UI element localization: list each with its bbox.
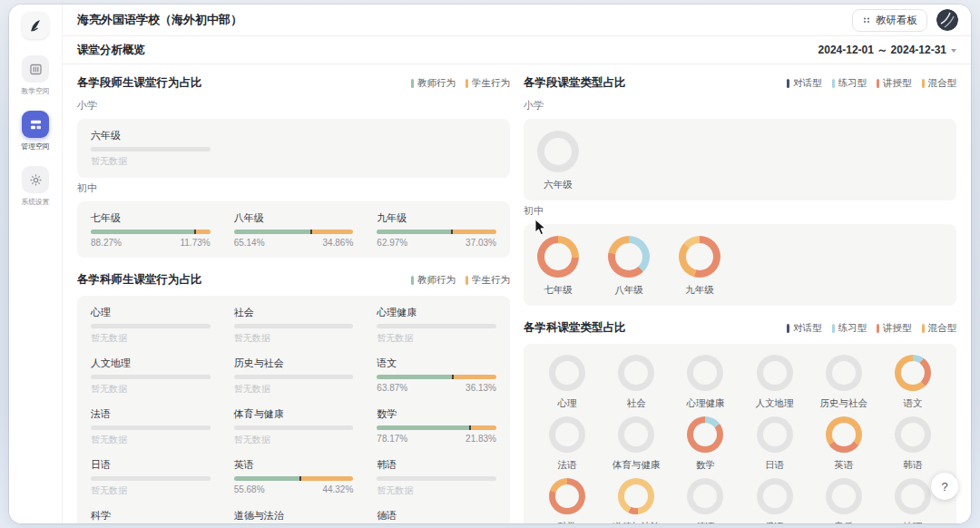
student-percent: 11.73% — [180, 238, 210, 248]
legend-item: 混合型 — [922, 322, 957, 335]
student-percent: 37.03% — [466, 238, 496, 248]
date-range-picker[interactable]: 2024-12-01 ～ 2024-12-31 — [818, 43, 956, 58]
dashboard-content: 各学段师生课堂行为占比 教师行为学生行为 小学六年级暂无数据初中七年级88.27… — [63, 64, 971, 523]
user-avatar[interactable] — [936, 9, 958, 31]
behavior-bar — [91, 476, 211, 481]
student-percent: 21.83% — [466, 434, 496, 444]
legend-item: 学生行为 — [466, 274, 510, 287]
class-type-label: 社会 — [627, 397, 646, 410]
empty-bar — [91, 476, 211, 481]
donut-chart — [618, 478, 654, 514]
legend-item: 学生行为 — [466, 77, 510, 90]
sidebar: 教学空间管理空间系统设置 — [9, 5, 63, 523]
donut-chart — [826, 478, 862, 514]
research-board-label: 教研看板 — [876, 14, 917, 27]
no-data-label: 暂无数据 — [234, 383, 354, 396]
student-bar-segment — [312, 230, 353, 234]
class-type-item: 九年级 — [679, 236, 720, 297]
class-type-label: 七年级 — [544, 284, 573, 297]
section-label: 初中 — [77, 181, 510, 195]
class-type-label: 音乐 — [834, 521, 853, 523]
legend-label: 练习型 — [838, 322, 867, 335]
legend-item: 讲授型 — [877, 77, 912, 90]
panel-type-by-grade: 各学段课堂类型占比 对话型练习型讲授型混合型 小学六年级初中七年级八年级九年级 — [524, 75, 956, 306]
class-type-item: 体育与健康 — [612, 416, 661, 472]
behavior-item: 道德与法治74.68%25.32% — [234, 509, 354, 523]
empty-bar — [377, 324, 496, 328]
class-type-label: 俄语 — [765, 521, 784, 523]
teacher-percent: 88.27% — [91, 238, 122, 248]
behavior-bar — [377, 476, 496, 481]
sidebar-item-label: 管理空间 — [21, 142, 49, 152]
teacher-bar-segment — [234, 476, 299, 481]
sidebar-item-3[interactable]: 系统设置 — [20, 166, 51, 208]
student-bar-segment — [301, 476, 353, 481]
sub-header: 课堂分析概览 2024-12-01 ～ 2024-12-31 — [63, 36, 971, 64]
panel-type-by-subject: 各学科课堂类型占比 对话型练习型讲授型混合型 心理社会心理健康人文地理历史与社会… — [524, 320, 956, 523]
teacher-percent: 63.87% — [377, 383, 407, 393]
behavior-item-name: 德语 — [377, 509, 496, 523]
legend: 教师行为学生行为 — [411, 274, 510, 287]
sidebar-item-1[interactable]: 教学空间 — [20, 55, 51, 97]
behavior-item-name: 日语 — [91, 458, 211, 472]
date-range-label: 2024-12-01 ～ 2024-12-31 — [818, 43, 946, 58]
behavior-item-name: 九年级 — [377, 211, 496, 225]
class-type-item: 音乐 — [826, 478, 862, 523]
classroom-icon — [22, 55, 49, 83]
class-type-item: 日语 — [757, 416, 793, 472]
class-type-item: 道德与法治 — [612, 478, 661, 523]
behavior-item: 日语暂无数据 — [91, 458, 211, 497]
behavior-item: 心理暂无数据 — [91, 306, 211, 345]
panel-header: 各学科师生课堂行为占比 教师行为学生行为 — [77, 272, 510, 288]
legend-label: 对话型 — [793, 77, 822, 90]
legend-item: 混合型 — [922, 77, 957, 90]
class-type-item: 七年级 — [537, 236, 579, 297]
class-type-label: 心理 — [558, 397, 577, 410]
header-actions: 教研看板 — [852, 9, 958, 32]
sidebar-item-2[interactable]: 管理空间 — [20, 111, 51, 152]
legend-marker — [411, 276, 414, 285]
student-bar-segment — [196, 230, 210, 234]
class-type-label: 九年级 — [685, 284, 714, 297]
behavior-bar — [91, 425, 211, 430]
help-button[interactable]: ? — [931, 473, 958, 500]
class-type-item: 人文地理 — [756, 355, 794, 410]
page-title: 课堂分析概览 — [77, 43, 145, 58]
empty-bar — [91, 375, 211, 379]
sidebar-nav: 教学空间管理空间系统设置 — [20, 55, 51, 221]
teacher-bar-segment — [377, 425, 468, 430]
behavior-item: 德语暂无数据 — [377, 509, 496, 523]
legend-marker — [922, 79, 925, 88]
legend-marker — [787, 79, 789, 88]
legend-marker — [466, 276, 468, 285]
student-bar-segment — [471, 425, 496, 430]
no-data-label: 暂无数据 — [234, 434, 354, 446]
behavior-item: 英语55.68%44.32% — [234, 458, 354, 497]
main-area: 海亮外国语学校（海外初中部） 教研看板 — [63, 5, 971, 523]
legend-label: 对话型 — [793, 322, 822, 335]
teacher-bar-segment — [377, 230, 451, 234]
behavior-values: 88.27%11.73% — [91, 238, 211, 248]
donut-chart — [895, 355, 931, 391]
research-board-button[interactable]: 教研看板 — [852, 9, 927, 32]
sidebar-item-label: 教学空间 — [21, 86, 49, 96]
left-column: 各学段师生课堂行为占比 教师行为学生行为 小学六年级暂无数据初中七年级88.27… — [77, 75, 510, 523]
class-type-label: 法语 — [558, 459, 577, 472]
no-data-label: 暂无数据 — [91, 332, 211, 345]
donut-chart — [826, 355, 862, 391]
legend-marker — [922, 324, 925, 333]
empty-bar — [234, 425, 354, 430]
grade-behavior-sections: 小学六年级暂无数据初中七年级88.27%11.73%八年级65.14%34.86… — [77, 99, 510, 258]
class-type-label: 英语 — [834, 459, 853, 472]
behavior-item-name: 科学 — [91, 509, 211, 523]
behavior-item-name: 语文 — [377, 357, 496, 370]
gear-icon — [22, 166, 49, 193]
app-logo-icon[interactable] — [22, 12, 49, 39]
class-type-item: 法语 — [549, 416, 585, 472]
class-type-label: 八年级 — [614, 284, 643, 297]
app-window: 教学空间管理空间系统设置 海亮外国语学校（海外初中部） 教研看板 — [9, 5, 971, 523]
behavior-bar — [234, 476, 354, 481]
behavior-bar — [91, 230, 211, 234]
behavior-item-name: 社会 — [234, 306, 354, 319]
panel-title: 各学段师生课堂行为占比 — [77, 75, 202, 91]
